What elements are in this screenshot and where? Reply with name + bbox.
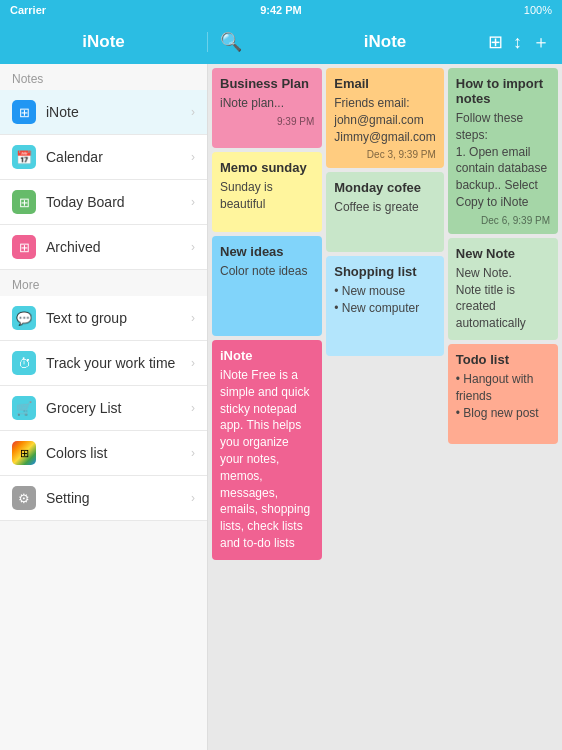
note-business-plan[interactable]: Business Plan iNote plan... 9:39 PM xyxy=(212,68,322,148)
battery-label: 100% xyxy=(524,4,552,16)
note-body: Follow these steps:1. Open email contain… xyxy=(456,110,550,211)
chevron-icon: › xyxy=(191,446,195,460)
chevron-icon: › xyxy=(191,401,195,415)
grocery-list-icon: 🛒 xyxy=(12,396,36,420)
top-bar-actions: ⊞ ↕ ＋ xyxy=(488,30,550,54)
chevron-icon: › xyxy=(191,356,195,370)
note-title: Todo list xyxy=(456,352,550,367)
sidebar-item-grocery-list[interactable]: 🛒 Grocery List › xyxy=(0,386,207,431)
note-todo-list[interactable]: Todo list • Hangout with friends• Blog n… xyxy=(448,344,558,444)
chevron-icon: › xyxy=(191,491,195,505)
more-section-header: More xyxy=(0,270,207,296)
note-title: Business Plan xyxy=(220,76,314,91)
top-bar-left-title: iNote xyxy=(0,32,208,52)
chevron-icon: › xyxy=(191,195,195,209)
note-new-ideas[interactable]: New ideas Color note ideas xyxy=(212,236,322,336)
archived-icon: ⊞ xyxy=(12,235,36,259)
top-bar-right: 🔍 iNote ⊞ ↕ ＋ xyxy=(208,30,562,54)
search-icon[interactable]: 🔍 xyxy=(220,31,242,53)
sidebar-item-today-board[interactable]: ⊞ Today Board › xyxy=(0,180,207,225)
track-work-time-icon: ⏱ xyxy=(12,351,36,375)
sidebar-label-inote: iNote xyxy=(46,104,191,120)
sidebar-label-today-board: Today Board xyxy=(46,194,191,210)
sidebar-item-inote[interactable]: ⊞ iNote › xyxy=(0,90,207,135)
notes-grid: Business Plan iNote plan... 9:39 PM Memo… xyxy=(212,68,558,560)
sidebar-item-setting[interactable]: ⚙ Setting › xyxy=(0,476,207,521)
notes-column-3: How to import notes Follow these steps:1… xyxy=(448,68,558,560)
note-timestamp: Dec 6, 9:39 PM xyxy=(456,215,550,226)
sidebar: Notes ⊞ iNote › 📅 Calendar › ⊞ Today Boa… xyxy=(0,64,208,750)
top-bar: iNote 🔍 iNote ⊞ ↕ ＋ xyxy=(0,20,562,64)
sidebar-label-calendar: Calendar xyxy=(46,149,191,165)
note-body: • Hangout with friends• Blog new post xyxy=(456,371,550,421)
chevron-icon: › xyxy=(191,105,195,119)
carrier-label: Carrier xyxy=(10,4,46,16)
note-title: How to import notes xyxy=(456,76,550,106)
sidebar-label-colors-list: Colors list xyxy=(46,445,191,461)
add-note-icon[interactable]: ＋ xyxy=(532,30,550,54)
setting-icon: ⚙ xyxy=(12,486,36,510)
time-label: 9:42 PM xyxy=(260,4,302,16)
note-memo-sunday[interactable]: Memo sunday Sunday is beautiful xyxy=(212,152,322,232)
chevron-icon: › xyxy=(191,240,195,254)
note-title: Shopping list xyxy=(334,264,436,279)
note-timestamp: Dec 3, 9:39 PM xyxy=(334,149,436,160)
notes-area: Business Plan iNote plan... 9:39 PM Memo… xyxy=(208,64,562,750)
inote-icon: ⊞ xyxy=(12,100,36,124)
notes-column-1: Business Plan iNote plan... 9:39 PM Memo… xyxy=(212,68,322,560)
note-body: New Note.Note title is created automatic… xyxy=(456,265,550,332)
grid-view-icon[interactable]: ⊞ xyxy=(488,31,503,53)
chevron-icon: › xyxy=(191,150,195,164)
sidebar-item-track-work-time[interactable]: ⏱ Track your work time › xyxy=(0,341,207,386)
sidebar-item-calendar[interactable]: 📅 Calendar › xyxy=(0,135,207,180)
calendar-icon: 📅 xyxy=(12,145,36,169)
colors-list-icon: ⊞ xyxy=(12,441,36,465)
note-email[interactable]: Email Friends email:john@gmail.comJimmy@… xyxy=(326,68,444,168)
note-body: Coffee is greate xyxy=(334,199,436,216)
text-to-group-icon: 💬 xyxy=(12,306,36,330)
note-title: Monday cofee xyxy=(334,180,436,195)
note-body: iNote plan... xyxy=(220,95,314,112)
sidebar-label-track-work-time: Track your work time xyxy=(46,355,191,371)
note-body: Friends email:john@gmail.comJimmy@gmail.… xyxy=(334,95,436,145)
note-inote-desc[interactable]: iNote iNote Free is a simple and quick s… xyxy=(212,340,322,560)
note-body: • New mouse• New computer xyxy=(334,283,436,317)
sidebar-label-setting: Setting xyxy=(46,490,191,506)
notes-column-2: Email Friends email:john@gmail.comJimmy@… xyxy=(326,68,444,560)
notes-section-header: Notes xyxy=(0,64,207,90)
note-body: iNote Free is a simple and quick sticky … xyxy=(220,367,314,552)
sort-icon[interactable]: ↕ xyxy=(513,32,522,53)
top-bar-center-title: iNote xyxy=(364,32,407,52)
sidebar-item-colors-list[interactable]: ⊞ Colors list › xyxy=(0,431,207,476)
note-shopping-list[interactable]: Shopping list • New mouse• New computer xyxy=(326,256,444,356)
note-how-to-import[interactable]: How to import notes Follow these steps:1… xyxy=(448,68,558,234)
note-title: Email xyxy=(334,76,436,91)
sidebar-label-archived: Archived xyxy=(46,239,191,255)
sidebar-label-grocery-list: Grocery List xyxy=(46,400,191,416)
note-timestamp: 9:39 PM xyxy=(220,116,314,127)
note-monday-cofee[interactable]: Monday cofee Coffee is greate xyxy=(326,172,444,252)
status-bar: Carrier 9:42 PM 100% xyxy=(0,0,562,20)
main-layout: Notes ⊞ iNote › 📅 Calendar › ⊞ Today Boa… xyxy=(0,64,562,750)
sidebar-item-archived[interactable]: ⊞ Archived › xyxy=(0,225,207,270)
note-body: Sunday is beautiful xyxy=(220,179,314,213)
sidebar-item-text-to-group[interactable]: 💬 Text to group › xyxy=(0,296,207,341)
chevron-icon: › xyxy=(191,311,195,325)
note-title: New ideas xyxy=(220,244,314,259)
note-body: Color note ideas xyxy=(220,263,314,280)
note-title: iNote xyxy=(220,348,314,363)
note-title: Memo sunday xyxy=(220,160,314,175)
today-board-icon: ⊞ xyxy=(12,190,36,214)
sidebar-label-text-to-group: Text to group xyxy=(46,310,191,326)
note-new-note[interactable]: New Note New Note.Note title is created … xyxy=(448,238,558,340)
note-title: New Note xyxy=(456,246,550,261)
